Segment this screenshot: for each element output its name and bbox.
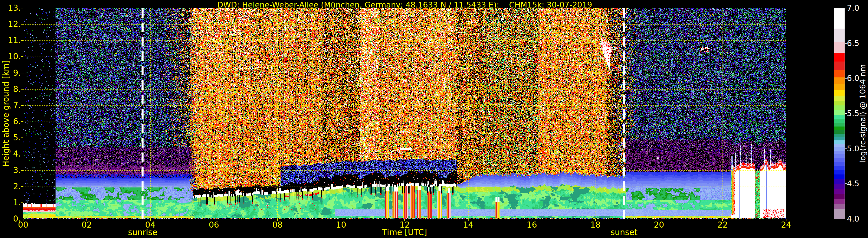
x-tick-mark	[214, 219, 214, 221]
colorbar-tick-label: 6.0	[847, 73, 859, 83]
x-tick-mark	[659, 219, 659, 221]
y-tick-label: 6.	[0, 117, 21, 127]
y-tick-mark	[21, 219, 23, 219]
y-tick-mark	[21, 137, 23, 138]
y-tick-mark	[21, 121, 23, 122]
x-tick-label: 02	[69, 220, 104, 230]
colorbar-tick-label: 5.0	[847, 144, 859, 154]
y-tick-mark	[21, 202, 23, 203]
x-tick-label: 16	[515, 220, 549, 230]
y-tick-mark	[21, 105, 23, 106]
y-tick-mark	[21, 73, 23, 73]
sunset-label: sunset	[611, 228, 638, 237]
y-tick-label: 11.	[0, 36, 21, 45]
colorbar-tick-mark	[845, 183, 847, 184]
colorbar-tick-label: 5.5	[847, 109, 859, 118]
x-tick-label: 10	[324, 220, 359, 230]
y-tick-label: 5.	[0, 133, 21, 143]
x-tick-mark	[150, 219, 151, 221]
x-tick-mark	[532, 219, 532, 221]
y-tick-mark	[21, 186, 23, 187]
y-tick-mark	[21, 56, 23, 57]
y-tick-label: 7.	[0, 101, 21, 110]
colorbar-tick-label: 7.0	[847, 3, 859, 13]
y-tick-label: 3.	[0, 166, 21, 175]
colorbar	[834, 8, 845, 219]
colorbar-tick-mark	[845, 8, 847, 8]
x-tick-label: 20	[642, 220, 676, 230]
y-tick-mark	[21, 154, 23, 154]
y-tick-label: 13.	[0, 3, 21, 13]
y-tick-label: 2.	[0, 182, 21, 192]
colorbar-tick-label: 4.5	[847, 179, 859, 189]
y-tick-label: 12.	[0, 19, 21, 29]
colorbar-label: log(rc-signal) @ 1064 nm	[858, 64, 867, 163]
x-tick-label: 08	[260, 220, 295, 230]
colorbar-tick-label: 6.5	[847, 38, 859, 48]
x-tick-label: 06	[197, 220, 231, 230]
y-tick-label: 10.	[0, 52, 21, 62]
x-tick-label: 04	[133, 220, 168, 230]
colorbar-tick-label: 4.0	[847, 214, 859, 224]
y-tick-mark	[21, 89, 23, 90]
y-tick-mark	[21, 24, 23, 25]
x-tick-mark	[595, 219, 596, 221]
x-tick-mark	[341, 219, 341, 221]
y-tick-mark	[21, 8, 23, 8]
x-tick-mark	[722, 219, 723, 221]
x-tick-label: 24	[769, 220, 804, 230]
y-tick-mark	[21, 170, 23, 171]
x-tick-mark	[404, 219, 405, 221]
x-tick-label: 14	[451, 220, 486, 230]
x-tick-label: 00	[6, 220, 40, 230]
y-tick-label: 4.	[0, 149, 21, 159]
colorbar-tick-mark	[845, 219, 847, 219]
x-tick-mark	[277, 219, 278, 221]
y-tick-label: 9.	[0, 68, 21, 78]
colorbar-tick-mark	[845, 148, 847, 149]
x-tick-label: 12	[387, 220, 422, 230]
x-tick-mark	[23, 219, 24, 221]
x-tick-mark	[87, 219, 87, 221]
colorbar-tick-mark	[845, 78, 847, 78]
y-tick-label: 1.	[0, 198, 21, 208]
ceilometer-quicklook: DWD: Helene-Weber-Allee (München, German…	[0, 0, 868, 238]
heatmap-canvas	[23, 8, 786, 219]
colorbar-tick-mark	[845, 43, 847, 44]
x-tick-mark	[786, 219, 786, 221]
y-tick-mark	[21, 40, 23, 41]
y-tick-label: 8.	[0, 84, 21, 94]
x-tick-label: 18	[578, 220, 613, 230]
x-tick-mark	[468, 219, 469, 221]
colorbar-tick-mark	[845, 113, 847, 114]
x-tick-label: 22	[705, 220, 740, 230]
